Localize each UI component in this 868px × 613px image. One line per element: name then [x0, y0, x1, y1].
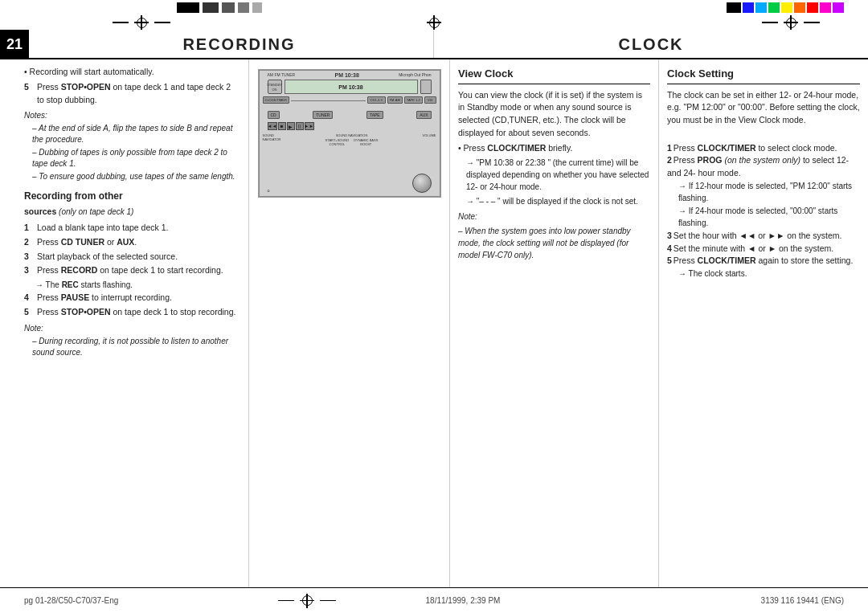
color-block-magenta: [820, 2, 831, 13]
cs-step-4: 4Set the minute with ◄ or ► on the syste…: [667, 243, 860, 255]
view-clock-step: • Press CLOCK/TIMER briefly.: [458, 142, 650, 155]
page-header: 21 Recording CLOCK: [0, 31, 868, 59]
sources-line: sources (only on tape deck 1): [24, 206, 237, 219]
clock-setting-intro: The clock can be set in either 12- or 24…: [667, 89, 860, 127]
step-5-stop: 5 Press STOP•OPEN on tape deck 1 and tap…: [24, 81, 237, 107]
black-block-4: [238, 2, 249, 13]
step-1-load: 1Load a blank tape into tape deck 1.: [24, 222, 237, 235]
clock-setting-section: Clock Setting The clock can be set in ei…: [659, 59, 868, 587]
note-1: At the end of side A, flip the tapes to …: [24, 123, 237, 145]
page-footer: pg 01-28/C50-C70/37-Eng 18/11/1999, 2:39…: [0, 587, 868, 613]
step-3-start: 3Start playback of the selected source.: [24, 251, 237, 264]
color-block-purple: [833, 2, 844, 13]
color-block-blue: [743, 2, 754, 13]
cs-step-1: 1Press CLOCK/TIMER to select clock mode.: [667, 142, 860, 155]
view-clock-note-label: Note:: [458, 210, 650, 223]
color-bar-top: [0, 0, 868, 14]
rec-flashing-arrow: The REC starts flashing.: [24, 279, 237, 291]
color-block-red: [807, 2, 818, 13]
note-label-2: Note:: [24, 322, 237, 334]
view-clock-arrow1: → "PM 10:38 or 22:38 " (the current time…: [458, 157, 650, 193]
cs-arrow-12h: → If 12-hour mode is selected, "PM 12:00…: [667, 180, 860, 204]
color-block-black: [727, 2, 741, 13]
step-5-stop2: 5Press STOP•OPEN on tape deck 1 to stop …: [24, 306, 237, 319]
note-3: To ensure good dubbing, use tapes of the…: [24, 171, 237, 182]
footer-left: pg 01-28/C50-C70/37-Eng: [24, 596, 278, 605]
step-4-pause: 4Press PAUSE to interrupt recording.: [24, 292, 237, 304]
view-clock-arrow2: → "– - – " will be displayed if the cloc…: [458, 195, 650, 207]
notes-label: Notes:: [24, 109, 237, 121]
clock-title: CLOCK: [434, 35, 868, 54]
reg-mark-left: [113, 16, 170, 29]
device-image-column: AM FM TUNER PM 10:38 Microph Out Phon ST…: [249, 59, 450, 587]
recording-from-other-title: Recording from other: [24, 189, 237, 203]
step-3b-record: 3Press RECORD on tape deck 1 to start re…: [24, 264, 237, 277]
main-content: • Recording will start automatically. 5 …: [0, 59, 868, 587]
cs-arrow-24h: → If 24-hour mode is selected, "00:00" s…: [667, 205, 860, 229]
cs-step-5: 5Press CLOCK/TIMER again to store the se…: [667, 255, 860, 268]
cs-clock-starts: The clock starts.: [667, 268, 860, 280]
reg-mark-footer-center: [301, 595, 313, 607]
color-block-yellow: [781, 2, 792, 13]
view-clock-note: – When the system goes into low power st…: [458, 225, 650, 261]
view-clock-section: View Clock You can view the clock (if it…: [450, 59, 659, 587]
color-block-green: [768, 2, 780, 13]
device-image: AM FM TUNER PM 10:38 Microph Out Phon ST…: [258, 69, 441, 198]
right-content: View Clock You can view the clock (if it…: [450, 59, 868, 587]
view-clock-body: You can view the clock (if it is set) if…: [458, 89, 650, 140]
step-2-cd-tuner: 2Press CD TUNER or AUX.: [24, 236, 237, 249]
cs-step-2: 2Press PROG (on the system only) to sele…: [667, 154, 860, 180]
note-2: Dubbing of tapes is only possible from t…: [24, 147, 237, 170]
header-clock: CLOCK: [434, 31, 868, 58]
clock-setting-title: Clock Setting: [667, 66, 860, 84]
note-recording: During recording, it is not possible to …: [24, 336, 237, 358]
color-block-cyan: [755, 2, 767, 13]
registration-marks-top: [0, 14, 868, 31]
footer-center: 18/11/1999, 2:39 PM: [336, 596, 590, 605]
black-block-1: [177, 2, 199, 13]
cs-step-3: 3Set the hour with ◄◄ or ►► on the syste…: [667, 230, 860, 243]
reg-mark-center: [428, 16, 440, 29]
footer-right: 3139 116 19441 (ENG): [590, 596, 844, 605]
view-clock-title: View Clock: [458, 66, 650, 84]
color-block-orange: [794, 2, 805, 13]
reg-mark-right: [762, 16, 820, 29]
black-block-3: [222, 2, 235, 13]
page-number: 21: [0, 30, 29, 59]
bullet-item-auto: • Recording will start automatically.: [24, 66, 237, 79]
recording-title: Recording: [29, 35, 433, 54]
header-recording: 21 Recording: [0, 31, 434, 58]
black-block-2: [203, 2, 219, 13]
black-block-5: [252, 2, 262, 13]
recording-content: • Recording will start automatically. 5 …: [0, 59, 249, 587]
